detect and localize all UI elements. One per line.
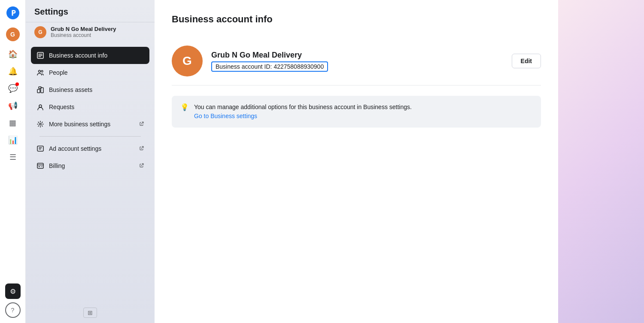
edit-button[interactable]: Edit <box>512 54 541 68</box>
go-to-business-settings-link[interactable]: Go to Business settings <box>194 113 257 119</box>
sidebar-item-label-billing: Billing <box>49 162 65 169</box>
sidebar-title: Settings <box>34 7 68 17</box>
main-content: Business account info G Grub N Go Meal D… <box>155 0 558 323</box>
info-banner-text: You can manage additional options for th… <box>194 103 412 121</box>
sidebar-item-people[interactable]: People <box>31 64 149 81</box>
sidebar: Settings G Grub N Go Meal Delivery Busin… <box>26 0 155 323</box>
sidebar-item-more-business-settings[interactable]: More business settings <box>31 116 149 133</box>
page-title: Business account info <box>172 14 541 25</box>
sidebar-header: Settings <box>26 0 155 22</box>
menu-icon[interactable]: ☰ <box>5 149 21 165</box>
account-name: Grub N Go Meal Delivery <box>211 51 503 60</box>
account-card: G Grub N Go Meal Delivery Business accou… <box>172 37 541 85</box>
sidebar-account-name: Grub N Go Meal Delivery <box>51 26 116 32</box>
external-link-icon <box>139 163 144 169</box>
sidebar-item-label-business-assets: Business assets <box>49 86 92 93</box>
content-area: Business account info G Grub N Go Meal D… <box>155 0 558 323</box>
svg-point-6 <box>39 105 42 107</box>
chart-icon[interactable]: 📊 <box>5 132 21 148</box>
more-business-settings-icon <box>36 120 45 128</box>
business-assets-icon <box>36 85 45 94</box>
billing-icon <box>36 162 45 170</box>
requests-icon <box>36 103 45 111</box>
user-avatar[interactable]: G <box>6 27 20 41</box>
sidebar-bottom: ⊞ <box>26 302 155 323</box>
settings-icon[interactable]: ⚙ <box>5 283 21 299</box>
account-id: Business account ID: 422758088930900 <box>211 61 328 72</box>
sidebar-item-label-ad-account-settings: Ad account settings <box>49 145 101 152</box>
external-link-icon <box>139 146 144 152</box>
ads-icon[interactable]: 📢 <box>5 98 21 113</box>
sidebar-account-sub: Business account <box>51 32 116 38</box>
sidebar-account-avatar: G <box>34 26 46 38</box>
business-account-info-icon <box>36 51 45 60</box>
ad-account-settings-icon <box>36 144 45 153</box>
svg-point-1 <box>39 70 41 73</box>
notifications-icon[interactable]: 🔔 <box>5 64 21 79</box>
sidebar-item-label-people: People <box>49 69 68 76</box>
external-link-icon <box>139 121 144 128</box>
account-details: Grub N Go Meal Delivery Business account… <box>211 51 503 72</box>
sidebar-account-info: G Grub N Go Meal Delivery Business accou… <box>26 22 155 43</box>
meta-logo <box>5 5 21 21</box>
svg-point-2 <box>41 70 43 72</box>
messages-icon[interactable]: 💬 <box>5 81 21 96</box>
sidebar-item-business-account-info[interactable]: Business account info <box>31 47 149 64</box>
sidebar-item-business-assets[interactable]: Business assets <box>31 81 149 98</box>
svg-rect-9 <box>37 163 43 168</box>
grid-icon[interactable]: ▦ <box>5 115 21 131</box>
sidebar-item-requests[interactable]: Requests <box>31 98 149 116</box>
sidebar-item-billing[interactable]: Billing <box>31 157 149 174</box>
account-avatar-large: G <box>172 46 203 76</box>
help-icon[interactable]: ? <box>5 302 21 318</box>
sidebar-item-ad-account-settings[interactable]: Ad account settings <box>31 140 149 157</box>
right-background <box>558 0 644 323</box>
sidebar-item-label-more-business-settings: More business settings <box>49 121 110 128</box>
svg-rect-3 <box>37 89 40 93</box>
sidebar-divider <box>39 136 141 137</box>
svg-point-7 <box>39 123 41 125</box>
home-icon[interactable]: 🏠 <box>5 46 21 62</box>
icon-rail: G 🏠 🔔 💬 📢 ▦ 📊 ☰ ⚙ ? <box>0 0 26 323</box>
bulb-icon: 💡 <box>180 103 189 111</box>
sidebar-item-label-requests: Requests <box>49 104 74 110</box>
people-icon <box>36 68 45 77</box>
sidebar-nav: Business account infoPeopleBusiness asse… <box>26 43 155 178</box>
svg-rect-8 <box>37 146 43 151</box>
panel-toggle-button[interactable]: ⊞ <box>83 308 97 318</box>
info-banner: 💡 You can manage additional options for … <box>172 96 541 128</box>
sidebar-item-label-business-account-info: Business account info <box>49 52 107 59</box>
